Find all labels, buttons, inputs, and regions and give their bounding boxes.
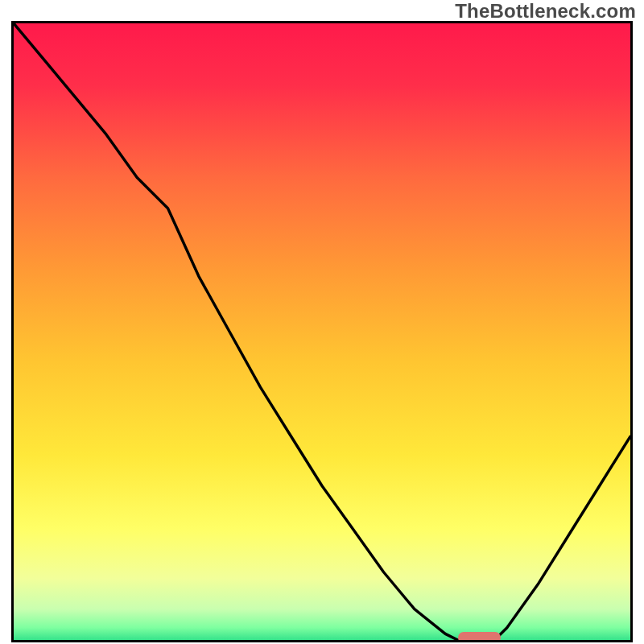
chart-plot-area	[11, 21, 633, 642]
optimal-marker	[458, 632, 502, 642]
watermark-text: TheBottleneck.com	[455, 0, 636, 23]
bottleneck-curve	[14, 23, 630, 640]
